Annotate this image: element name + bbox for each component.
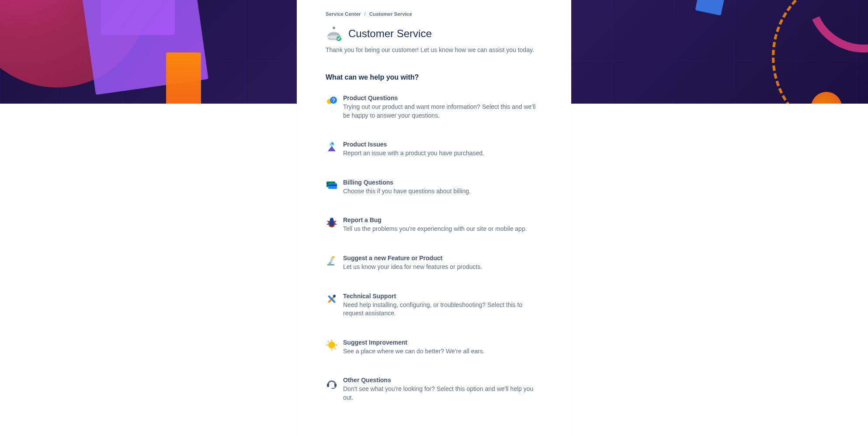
svg-point-24 <box>333 256 335 258</box>
svg-line-17 <box>327 221 329 222</box>
svg-marker-8 <box>332 142 334 144</box>
option-desc: See a place where we can do better? We'r… <box>343 347 542 356</box>
option-technical-support[interactable]: Technical Support Need help installing, … <box>326 290 542 321</box>
option-desc: Don't see what you're looking for? Selec… <box>343 385 542 402</box>
option-report-bug[interactable]: Report a Bug Tell us the problems you're… <box>326 214 542 236</box>
credit-card-icon <box>326 179 338 191</box>
page-title: Customer Service <box>348 28 432 40</box>
svg-line-18 <box>334 221 336 222</box>
diamond-mountain-icon <box>326 141 338 153</box>
option-other-questions[interactable]: Other Questions Don't see what you're lo… <box>326 374 542 405</box>
option-product-questions[interactable]: ? Product Questions Trying out our produ… <box>326 92 542 122</box>
svg-point-16 <box>330 218 333 221</box>
svg-line-20 <box>335 224 337 224</box>
svg-marker-9 <box>328 146 336 151</box>
option-title: Suggest a new Feature or Product <box>343 255 542 262</box>
option-product-issues[interactable]: Product Issues Report an issue with a pr… <box>326 138 542 160</box>
breadcrumb: Service Center / Customer Service <box>326 11 542 17</box>
svg-rect-13 <box>328 185 337 186</box>
option-desc: Tell us the problems you're experiencing… <box>343 225 542 234</box>
option-desc: Let us know your idea for new features o… <box>343 263 542 272</box>
microscope-icon <box>326 255 338 267</box>
breadcrumb-current: Customer Service <box>369 11 412 17</box>
svg-rect-21 <box>327 264 334 265</box>
option-title: Product Issues <box>343 141 542 148</box>
svg-point-27 <box>333 295 336 297</box>
svg-line-33 <box>328 341 329 342</box>
option-suggest-improvement[interactable]: Suggest Improvement See a place where we… <box>326 336 542 359</box>
svg-line-19 <box>327 224 329 224</box>
svg-line-34 <box>335 348 336 349</box>
customer-service-icon <box>326 25 342 42</box>
svg-point-2 <box>333 27 335 29</box>
svg-point-23 <box>329 262 331 265</box>
option-desc: Trying out our product and want more inf… <box>343 103 542 120</box>
option-desc: Choose this if you have questions about … <box>343 187 542 196</box>
question-cloud-icon: ? <box>326 94 338 107</box>
option-title: Billing Questions <box>343 179 542 186</box>
option-desc: Need help installing, configuring, or tr… <box>343 301 542 318</box>
section-heading: What can we help you with? <box>326 73 542 81</box>
svg-point-28 <box>328 342 335 349</box>
svg-text:?: ? <box>332 98 335 103</box>
option-billing-questions[interactable]: Billing Questions Choose this if you hav… <box>326 176 542 199</box>
option-desc: Report an issue with a product you have … <box>343 149 542 158</box>
breadcrumb-separator: / <box>365 11 366 17</box>
page-title-row: Customer Service <box>326 25 542 42</box>
option-title: Report a Bug <box>343 216 542 223</box>
svg-rect-12 <box>328 183 337 189</box>
svg-rect-35 <box>327 384 329 387</box>
svg-point-37 <box>332 388 333 389</box>
option-title: Technical Support <box>343 293 542 300</box>
svg-rect-36 <box>334 384 337 387</box>
option-title: Other Questions <box>343 377 542 384</box>
option-title: Suggest Improvement <box>343 339 542 346</box>
option-suggest-feature[interactable]: Suggest a new Feature or Product Let us … <box>326 252 542 274</box>
tools-icon <box>326 293 338 305</box>
page-subtitle: Thank you for being our customer! Let us… <box>326 46 542 53</box>
option-title: Product Questions <box>343 94 542 101</box>
bug-icon <box>326 216 338 229</box>
lightbulb-icon <box>326 339 338 351</box>
main-panel: Service Center / Customer Service Custom… <box>297 0 571 436</box>
breadcrumb-root-link[interactable]: Service Center <box>326 11 361 17</box>
svg-point-15 <box>330 220 334 227</box>
headset-icon <box>326 377 338 389</box>
